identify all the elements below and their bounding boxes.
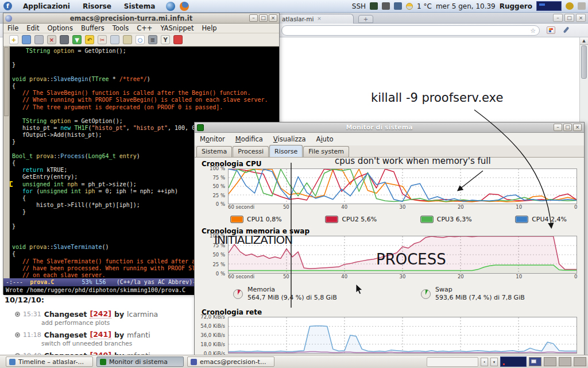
minimize-button[interactable]: –: [554, 124, 562, 131]
open-file-icon[interactable]: [22, 35, 31, 44]
tasklist-spacer: [427, 357, 478, 367]
monitor-menubar: MonitorModificaVisualizzaAiuto: [195, 133, 584, 145]
changeset-by: by: [114, 310, 124, 319]
monitor-menu-visualizza[interactable]: Visualizza: [268, 135, 311, 143]
weather-icon[interactable]: [406, 3, 413, 10]
tab-risorse[interactable]: Risorse: [269, 145, 303, 157]
bookmark-star-icon[interactable]: ☆: [530, 27, 536, 34]
emacs-menu-yasnippet[interactable]: YASnippet: [156, 24, 198, 32]
browser-window-controls: – □ ×: [553, 14, 586, 22]
preferences-icon[interactable]: [173, 35, 183, 44]
scrollbar-thumb[interactable]: [581, 45, 587, 79]
network-tray-icon[interactable]: [370, 2, 378, 10]
changeset-rev-link[interactable]: [241]: [90, 330, 111, 339]
monitor-menu-aiuto[interactable]: Aiuto: [311, 135, 339, 143]
emacs-window-title: emacs@precision-turra.mi.infn.it: [14, 14, 248, 22]
legend-swatch: [325, 216, 338, 223]
new-file-icon[interactable]: +: [9, 35, 18, 44]
emacs-menu-edit[interactable]: Edit: [22, 24, 43, 32]
x-tick-label: 40: [341, 274, 347, 279]
taskbar-item-timeline-atlaslar-[interactable]: Timeline – atlaslar-...: [6, 356, 93, 367]
user-menu[interactable]: Ruggero: [500, 2, 532, 10]
dropdown-arrow-icon[interactable]: ▾: [490, 358, 498, 366]
task-window-label: Monitor di sistema: [109, 358, 168, 366]
workspace-4[interactable]: [574, 357, 586, 366]
cut-icon[interactable]: ✂: [98, 35, 107, 44]
emacs-scrollbar[interactable]: [3, 47, 10, 278]
tab-processi[interactable]: Processi: [233, 146, 269, 157]
print-icon[interactable]: ≡: [148, 35, 157, 44]
emacs-menu-file[interactable]: File: [3, 24, 22, 32]
maximize-button[interactable]: □: [259, 14, 268, 22]
taskbar-item-monitor-di-sistema[interactable]: Monitor di sistema: [96, 356, 184, 367]
tab-sistema[interactable]: Sistema: [196, 146, 232, 157]
panel-menu-sistema[interactable]: Sistema: [118, 2, 161, 10]
save-as-icon[interactable]: ▼: [72, 35, 82, 44]
legend-item: CPU3 6,3%: [420, 216, 472, 223]
legend-swatch: [420, 216, 434, 223]
browser-launcher-icon[interactable]: [166, 2, 175, 11]
network-y-axis: 72,0 KiB/s54,0 KiB/s36,0 KiB/s18,0 KiB/s…: [202, 317, 228, 354]
distro-menu-icon[interactable]: f: [3, 2, 12, 10]
legend-label: CPU4 2,4%: [532, 216, 567, 223]
code-line: // The SlaveBegin() function is called a…: [12, 90, 279, 97]
changeset-date-header: 10/12/10:: [5, 296, 194, 304]
workspace-3[interactable]: [559, 357, 571, 366]
tab-file-system[interactable]: File system: [303, 146, 349, 157]
print-setup-icon[interactable]: [60, 35, 69, 44]
save-file-icon[interactable]: [34, 35, 44, 44]
search-icon[interactable]: ○: [136, 35, 145, 44]
panel-menu-risorse[interactable]: Risorse: [76, 2, 118, 10]
firefox-launcher-icon[interactable]: [180, 2, 189, 11]
close-button[interactable]: ×: [576, 14, 586, 22]
memory-history-graph: [228, 236, 577, 274]
yas-icon[interactable]: Y: [161, 35, 170, 44]
maximize-button[interactable]: □: [564, 14, 574, 22]
y-tick-label: 0 %: [216, 271, 225, 277]
emacs-menu-tools[interactable]: Tools: [109, 24, 133, 32]
memory-pie-icon: [233, 289, 243, 299]
address-bar[interactable]: ☆: [281, 25, 540, 36]
lamp-tray-icon[interactable]: [566, 2, 574, 10]
x-tick-label: 30: [400, 274, 406, 279]
undo-icon[interactable]: ↶: [85, 35, 94, 44]
workspace-2[interactable]: [544, 357, 556, 366]
monitor-preview-applet[interactable]: [500, 356, 527, 367]
monitor-titlebar[interactable]: Monitor di sistema – □ ×: [195, 122, 584, 133]
minimize-button[interactable]: –: [249, 14, 258, 22]
printer-tray-icon[interactable]: [578, 2, 586, 10]
clock-label[interactable]: mer 5 gen, 10.39: [436, 2, 496, 10]
emacs-titlebar[interactable]: emacs@precision-turra.mi.infn.it – □ ×: [3, 13, 279, 24]
workspace-1[interactable]: [529, 357, 541, 366]
dot-button[interactable]: •: [481, 358, 488, 366]
new-tab-button[interactable]: +: [358, 15, 373, 23]
wrench-menu-icon[interactable]: [562, 26, 570, 34]
emacs-menu-options[interactable]: Options: [44, 24, 77, 32]
display-tray-icon[interactable]: [394, 2, 402, 10]
close-buffer-icon[interactable]: ×: [47, 35, 56, 44]
emacs-menu-c++[interactable]: C++: [133, 24, 156, 32]
changeset-label: Changeset: [44, 331, 87, 339]
scroll-up-icon[interactable]: ▲: [580, 37, 588, 45]
monitor-menu-modifica[interactable]: Modifica: [230, 135, 268, 143]
minimize-button[interactable]: –: [553, 14, 563, 22]
y-tick-label: 100 %: [210, 233, 225, 239]
taskbar-item-emacs-precision-t-[interactable]: emacs@precision-t...: [187, 356, 274, 367]
scrollbar-thumb[interactable]: [4, 47, 9, 116]
monitor-menu-monitor[interactable]: Monitor: [195, 135, 230, 143]
panel-menu-applicazioni[interactable]: Applicazioni: [17, 2, 76, 10]
extension-icon[interactable]: [547, 26, 555, 34]
volume-tray-icon[interactable]: [382, 2, 390, 10]
paste-icon[interactable]: [123, 35, 132, 44]
copy-icon[interactable]: [110, 35, 119, 44]
emacs-menu-help[interactable]: Help: [198, 24, 220, 32]
tab-close-icon[interactable]: ×: [317, 16, 322, 22]
close-button[interactable]: ×: [573, 124, 582, 131]
emacs-menu-buffers[interactable]: Buffers: [77, 24, 109, 32]
maximize-button[interactable]: □: [563, 124, 572, 131]
browser-tab[interactable]: atlaslar-mi ×: [278, 14, 354, 24]
swap-value: 593,6 MiB (7,4 %) di 7,8 GiB: [435, 294, 525, 302]
system-monitor-applet[interactable]: [536, 1, 562, 11]
changeset-rev-link[interactable]: [242]: [90, 309, 111, 319]
close-button[interactable]: ×: [269, 14, 277, 22]
